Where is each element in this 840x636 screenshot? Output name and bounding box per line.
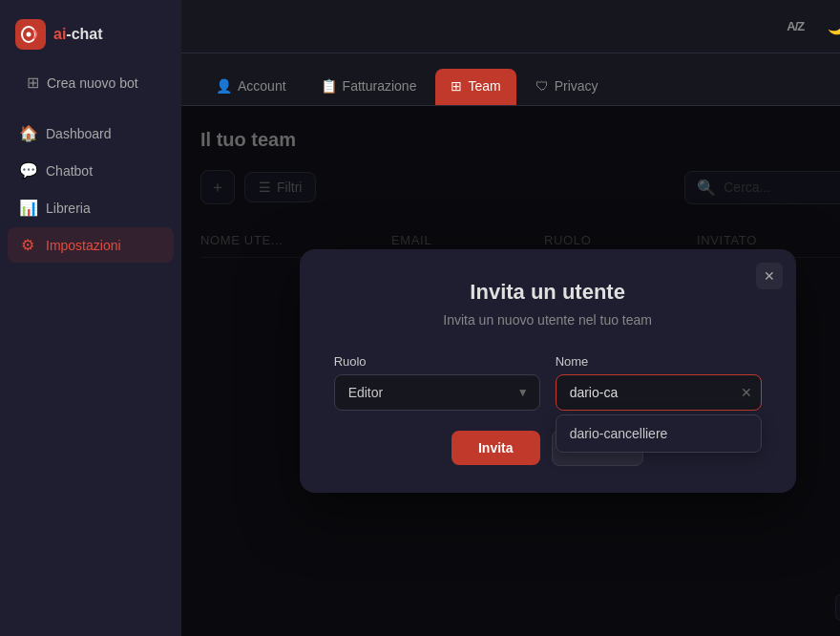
main-content: A/Z 🌙 U 👤 Account 📋 Fatturazione ⊞ Team …: [181, 0, 840, 636]
libreria-icon: 📊: [19, 199, 36, 217]
tab-label: Privacy: [555, 78, 598, 94]
sidebar-item-label: Libreria: [46, 201, 91, 216]
sidebar-item-label: Chatbot: [46, 163, 93, 179]
sidebar-item-chatbot[interactable]: 💬 Chatbot: [8, 153, 174, 188]
theme-toggle-button[interactable]: 🌙: [822, 11, 840, 42]
header: A/Z 🌙 U: [181, 0, 840, 53]
tab-team[interactable]: ⊞ Team: [435, 69, 515, 105]
sidebar-item-impostazioni[interactable]: ⚙ Impostazioni: [8, 227, 174, 263]
translate-button[interactable]: A/Z: [780, 11, 810, 42]
modal-form: Ruolo Editor Admin Viewer ▼ Nome: [334, 354, 762, 411]
tab-account[interactable]: 👤 Account: [200, 69, 302, 105]
chatbot-icon: 💬: [19, 161, 36, 180]
crea-label: Crea nuovo bot: [47, 75, 138, 91]
sidebar-item-label: Dashboard: [46, 126, 112, 141]
plus-icon: ⊞: [27, 74, 39, 92]
role-select[interactable]: Editor Admin Viewer: [334, 374, 540, 411]
name-input-wrapper: ✕: [556, 374, 762, 411]
sidebar-item-label: Impostazioni: [46, 238, 121, 253]
invite-button[interactable]: Invita: [452, 431, 540, 465]
name-input[interactable]: [556, 374, 762, 411]
role-select-wrapper: Editor Admin Viewer ▼: [334, 374, 540, 411]
page-content: Il tuo team ＋ ☰ Filtri 🔍 ✕ NOME UTE... E…: [181, 106, 840, 636]
modal-overlay[interactable]: ✕ Invita un utente Invita un nuovo utent…: [181, 106, 840, 636]
sidebar-item-dashboard[interactable]: 🏠 Dashboard: [8, 116, 174, 151]
settings-tabs: 👤 Account 📋 Fatturazione ⊞ Team 🛡 Privac…: [181, 53, 840, 106]
team-icon: ⊞: [451, 78, 462, 94]
suggestion-item[interactable]: dario-cancelliere: [556, 415, 761, 452]
logo-text: ai-chat: [53, 26, 103, 43]
logo-icon: [15, 19, 46, 50]
clear-input-icon[interactable]: ✕: [741, 385, 752, 400]
suggestion-dropdown: dario-cancelliere: [556, 414, 762, 453]
sidebar-nav: 🏠 Dashboard 💬 Chatbot 📊 Libreria ⚙ Impos…: [0, 116, 181, 263]
fatturazione-icon: 📋: [321, 78, 337, 94]
sidebar: ai-chat ⊞ Crea nuovo bot 🏠 Dashboard 💬 C…: [0, 0, 181, 636]
translate-icon: A/Z: [787, 19, 804, 33]
account-icon: 👤: [216, 78, 232, 94]
invite-user-modal: ✕ Invita un utente Invita un nuovo utent…: [300, 249, 796, 493]
name-field-group: Nome ✕ dario-cancelliere: [556, 354, 762, 411]
tab-label: Fatturazione: [343, 78, 417, 94]
modal-subtitle: Invita un nuovo utente nel tuo team: [334, 312, 762, 328]
privacy-icon: 🛡: [536, 78, 549, 94]
sidebar-item-libreria[interactable]: 📊 Libreria: [8, 190, 174, 225]
crea-nuovo-bot-button[interactable]: ⊞ Crea nuovo bot: [15, 65, 166, 100]
modal-title: Invita un utente: [334, 280, 762, 305]
dashboard-icon: 🏠: [19, 124, 36, 142]
role-label: Ruolo: [334, 354, 540, 369]
tab-label: Account: [238, 78, 286, 94]
modal-close-button[interactable]: ✕: [756, 263, 783, 289]
tab-fatturazione[interactable]: 📋 Fatturazione: [305, 69, 432, 105]
role-field-group: Ruolo Editor Admin Viewer ▼: [334, 354, 540, 411]
tab-label: Team: [468, 78, 500, 94]
moon-icon: 🌙: [828, 17, 840, 35]
svg-point-1: [27, 32, 32, 37]
logo: ai-chat: [0, 15, 181, 65]
impostazioni-icon: ⚙: [19, 236, 36, 254]
tab-privacy[interactable]: 🛡 Privacy: [520, 69, 614, 105]
name-label: Nome: [556, 354, 762, 369]
